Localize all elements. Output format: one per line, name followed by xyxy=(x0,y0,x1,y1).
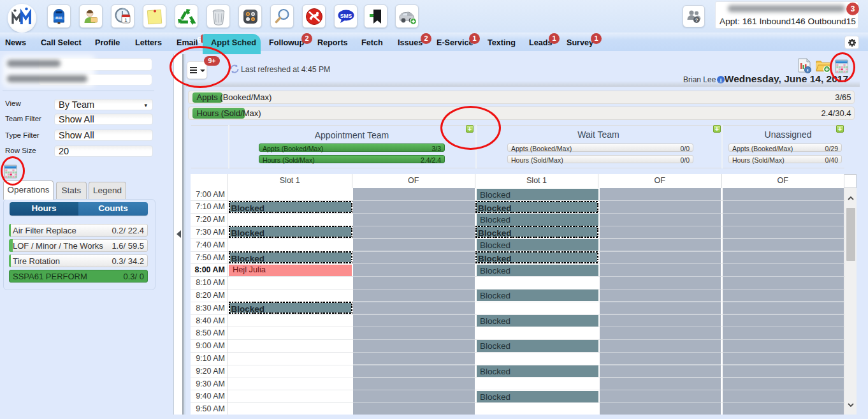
svg-text:MAIL: MAIL xyxy=(55,17,62,20)
svg-text:SMS: SMS xyxy=(340,12,352,18)
svg-text:?: ? xyxy=(695,17,698,23)
svg-text:1: 1 xyxy=(124,17,127,23)
